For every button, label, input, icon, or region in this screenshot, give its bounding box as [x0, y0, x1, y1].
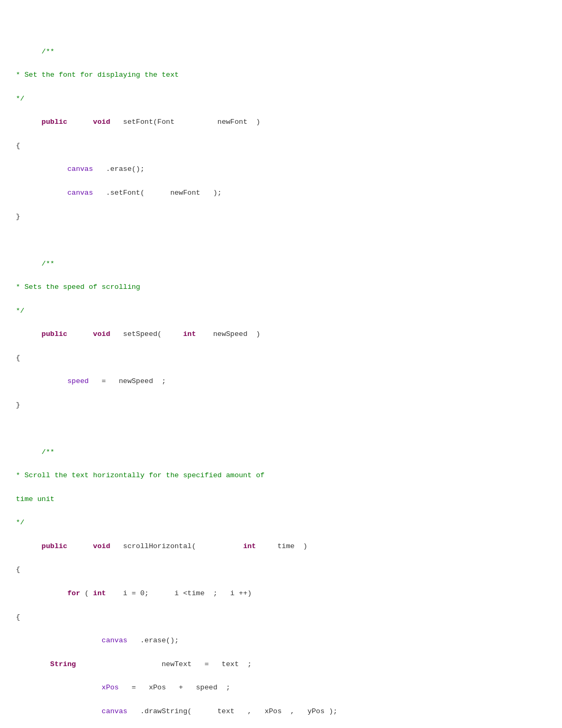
var-xpos: xPos	[102, 684, 119, 691]
code-line: speed = newSpeed ;	[16, 376, 546, 387]
comment-text: time unit	[16, 495, 55, 503]
brace-open: {	[16, 354, 20, 362]
plain-text: .setFont( newFont );	[93, 189, 222, 197]
code-viewer: /** * Set the font for displaying the te…	[16, 11, 546, 728]
plain-text: i = 0; i <time ; i ++)	[106, 589, 251, 597]
keyword-void: void	[93, 542, 110, 550]
code-line: xPos = xPos + speed ;	[16, 682, 546, 694]
code-line: canvas .drawString( text , xPos , yPos )…	[16, 706, 546, 717]
var-canvas: canvas	[102, 636, 128, 644]
brace-open: {	[16, 566, 20, 574]
plain-text: time )	[256, 542, 307, 550]
code-line: time unit	[16, 494, 546, 505]
comment-text: /**	[42, 448, 55, 456]
code-line	[16, 22, 546, 34]
comment-text: * Scroll the text horizontally for the s…	[16, 471, 265, 479]
plain-text: newSpeed )	[196, 330, 260, 338]
brace-open: {	[16, 613, 20, 621]
plain-text: .drawString( text , xPos , yPos );	[128, 707, 338, 715]
code-line: * Scroll the text horizontally for the s…	[16, 470, 546, 481]
keyword-void: void	[93, 330, 110, 338]
comment-text: */	[16, 518, 24, 526]
method-name: setFont(Font newFont )	[123, 118, 260, 126]
code-line: {	[16, 140, 546, 152]
var-canvas: canvas	[102, 707, 128, 715]
var-speed: speed	[67, 377, 89, 385]
type-int: int	[243, 542, 256, 550]
plain-text: .erase();	[128, 636, 179, 644]
method-name: scrollHorizontal(	[123, 542, 243, 550]
keyword-public: public	[42, 542, 68, 550]
code-line: String newText = text ;	[16, 659, 546, 670]
code-line: /**	[16, 447, 546, 458]
plain-text: newText = text ;	[76, 660, 251, 668]
code-line: */	[16, 93, 546, 105]
code-line: public void setFont(Font newFont )	[16, 116, 546, 128]
code-line: /**	[16, 258, 546, 270]
brace-open: {	[16, 142, 20, 150]
var-canvas: canvas	[67, 189, 93, 197]
comment-text: * Set the font for displaying the text	[16, 71, 179, 79]
code-line	[16, 234, 546, 246]
comment-text: /**	[16, 48, 55, 56]
plain-text: = xPos + speed ;	[119, 684, 230, 691]
code-line: canvas .erase();	[16, 635, 546, 647]
brace-close: }	[16, 213, 20, 221]
comment-text: * Sets the speed of scrolling	[16, 283, 140, 291]
code-line: */	[16, 305, 546, 317]
code-line: public void setSpeed( int newSpeed )	[16, 329, 546, 340]
type-int: int	[183, 330, 196, 338]
type-string: String	[50, 660, 76, 668]
code-line: {	[16, 564, 546, 576]
code-line: canvas .erase();	[16, 163, 546, 175]
code-line	[16, 423, 546, 434]
var-canvas: canvas	[67, 165, 93, 173]
code-line: */	[16, 517, 546, 529]
method-name: setSpeed(	[123, 330, 183, 338]
code-line: canvas .setFont( newFont );	[16, 187, 546, 199]
keyword-for: for	[67, 589, 80, 597]
plain-text: .erase();	[93, 165, 144, 173]
comment-text: /**	[42, 260, 55, 268]
code-line: * Sets the speed of scrolling	[16, 281, 546, 293]
code-line: }	[16, 399, 546, 411]
plain-text: = newSpeed ;	[89, 377, 166, 385]
comment-text: */	[16, 95, 24, 103]
code-line: public void scrollHorizontal( int time )	[16, 541, 546, 552]
code-line: /**	[16, 46, 546, 58]
code-line: * Set the font for displaying the text	[16, 69, 546, 81]
keyword-public: public	[42, 330, 68, 338]
keyword-void: void	[93, 118, 110, 126]
plain-text: (	[80, 589, 93, 597]
code-line: }	[16, 211, 546, 223]
code-line: for ( int i = 0; i <time ; i ++)	[16, 588, 546, 599]
brace-close: }	[16, 401, 20, 409]
comment-text: */	[16, 307, 24, 315]
code-line: {	[16, 352, 546, 364]
code-line: {	[16, 612, 546, 623]
keyword-public: public	[42, 118, 68, 126]
type-int: int	[93, 589, 106, 597]
